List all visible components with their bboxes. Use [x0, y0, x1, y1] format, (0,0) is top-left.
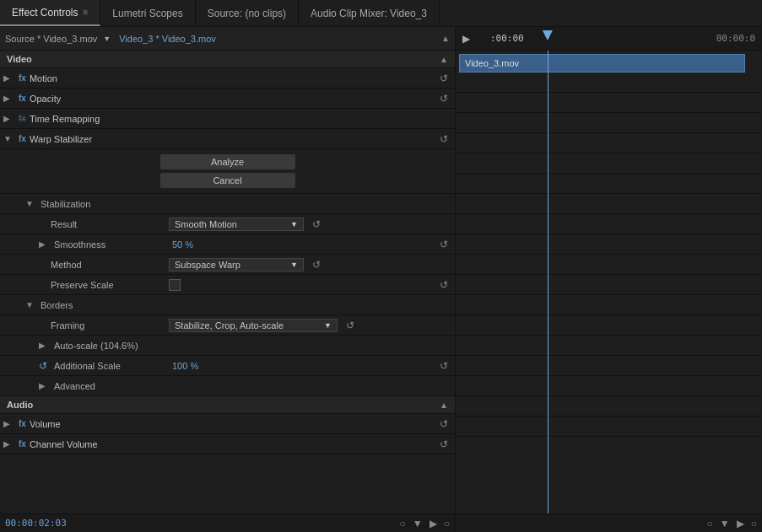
- warp-stabilizer-effect-row: ▼ fx Warp Stabilizer ↺: [0, 129, 455, 149]
- opacity-effect-row: ▶ fx Opacity ↺: [0, 89, 455, 109]
- effects-list: Video ▲ ▶ fx Motion ↺ ▶ fx Opacity ↺ ▶ f…: [0, 51, 455, 513]
- autoscale-prop-row: ▶ Auto-scale (104.6%): [0, 336, 455, 356]
- audio-section-title: Audio: [7, 400, 33, 410]
- timecode-end: 00:00:0: [710, 27, 762, 50]
- borders-section-header: ▼ Borders: [0, 295, 455, 315]
- stabilization-expand-icon[interactable]: ▼: [25, 199, 37, 208]
- autoscale-expand-icon[interactable]: ▶: [39, 341, 51, 350]
- preserve-scale-checkbox[interactable]: [169, 279, 181, 291]
- timeline-bottom-bar: ○ ▼ ▶ ○: [456, 513, 762, 532]
- timeline-row-15: [456, 356, 762, 376]
- smoothness-value[interactable]: 50 %: [172, 239, 436, 250]
- timeline-header: ▶ :00:00 00:00:0: [456, 27, 762, 51]
- source-dropdown[interactable]: ▼: [100, 35, 111, 43]
- method-dropdown[interactable]: Subspace Warp ▼: [169, 258, 304, 271]
- scroll-up-button[interactable]: ▲: [441, 34, 450, 43]
- source-label: Source * Video_3.mov: [5, 34, 97, 44]
- volume-fx-badge: fx: [19, 419, 26, 428]
- volume-effect-name: Volume: [30, 419, 436, 429]
- result-label: Result: [51, 219, 169, 229]
- opacity-expand-icon[interactable]: ▶: [3, 94, 15, 103]
- timeline-play-btn2[interactable]: ▶: [737, 518, 744, 529]
- timeline-triangle-down-icon[interactable]: ▼: [720, 518, 730, 529]
- additional-scale-value[interactable]: 100 %: [172, 361, 436, 371]
- preserve-scale-prop-row: Preserve Scale ↺: [0, 275, 455, 295]
- opacity-effect-name: Opacity: [30, 94, 436, 104]
- clip-name: Video_3.mov: [465, 58, 519, 68]
- bottom-triangle-down-icon[interactable]: ▼: [413, 518, 423, 529]
- bottom-play-icon[interactable]: ▶: [430, 518, 437, 529]
- borders-expand-icon[interactable]: ▼: [25, 300, 37, 309]
- method-prop-row: Method Subspace Warp ▼ ↺: [0, 255, 455, 275]
- method-dropdown-arrow: ▼: [290, 261, 298, 269]
- framing-value: Stabilize, Crop, Auto-scale: [175, 320, 284, 330]
- result-dropdown-arrow: ▼: [290, 220, 298, 228]
- tab-menu-icon[interactable]: ≡: [83, 8, 88, 17]
- channel-volume-effect-name: Channel Volume: [30, 439, 436, 449]
- timeline-row-5: [456, 153, 762, 174]
- borders-section-title: Borders: [41, 300, 73, 310]
- analyze-button[interactable]: Analyze: [160, 154, 295, 169]
- timeline-track-area[interactable]: Video_3.mov: [456, 51, 762, 513]
- motion-expand-icon[interactable]: ▶: [3, 73, 15, 83]
- tab-source[interactable]: Source: (no clips): [196, 0, 299, 26]
- volume-expand-icon[interactable]: ▶: [3, 419, 15, 428]
- stabilization-section-header: ▼ Stabilization: [0, 194, 455, 214]
- cancel-button[interactable]: Cancel: [160, 173, 295, 188]
- smoothness-expand-icon[interactable]: ▶: [39, 239, 51, 249]
- warp-stabilizer-fx-badge: fx: [19, 134, 26, 143]
- tab-lumetri-scopes-label: Lumetri Scopes: [112, 8, 182, 19]
- tab-source-label: Source: (no clips): [208, 8, 286, 19]
- stabilization-section-title: Stabilization: [41, 199, 90, 209]
- clip-block[interactable]: Video_3.mov: [459, 54, 745, 73]
- timeline-row-4: [456, 133, 762, 153]
- motion-reset-btn[interactable]: ↺: [436, 73, 451, 84]
- timeline-rows: [456, 51, 762, 437]
- audio-scroll-btn[interactable]: ▲: [440, 400, 448, 410]
- timecode-start: :00:00: [484, 27, 531, 50]
- tab-effect-controls[interactable]: Effect Controls ≡: [0, 0, 100, 26]
- additional-scale-expand-icon[interactable]: ↺: [39, 360, 51, 372]
- framing-dropdown[interactable]: Stabilize, Crop, Auto-scale ▼: [169, 319, 338, 332]
- channel-volume-reset-btn[interactable]: ↺: [436, 438, 451, 450]
- additional-scale-reset-btn[interactable]: ↺: [436, 360, 451, 372]
- warp-stabilizer-reset-btn[interactable]: ↺: [436, 133, 451, 145]
- opacity-reset-btn[interactable]: ↺: [436, 93, 451, 105]
- video-scroll-btn[interactable]: ▲: [440, 55, 448, 64]
- framing-prop-row: Framing Stabilize, Crop, Auto-scale ▼ ↺: [0, 315, 455, 336]
- timeline-row-12: [456, 295, 762, 315]
- method-reset-btn[interactable]: ↺: [309, 259, 324, 271]
- tab-audio-clip-mixer-label: Audio Clip Mixer: Video_3: [311, 8, 427, 19]
- timeline-play-btn[interactable]: ▶: [456, 27, 477, 50]
- tab-lumetri-scopes[interactable]: Lumetri Scopes: [100, 0, 195, 26]
- motion-fx-badge: fx: [19, 73, 26, 83]
- method-value: Subspace Warp: [175, 260, 240, 270]
- timeline-row-1: [456, 73, 762, 93]
- smoothness-reset-btn[interactable]: ↺: [436, 239, 451, 250]
- framing-reset-btn[interactable]: ↺: [343, 320, 358, 331]
- time-remapping-effect-row: ▶ fx Time Remapping: [0, 109, 455, 129]
- preserve-scale-label: Preserve Scale: [51, 280, 169, 290]
- video-section-title: Video: [7, 54, 32, 64]
- advanced-expand-icon[interactable]: ▶: [39, 381, 51, 390]
- timeline-circle2-icon: ○: [751, 518, 757, 529]
- result-value: Smooth Motion: [175, 219, 237, 229]
- result-reset-btn[interactable]: ↺: [309, 218, 324, 230]
- timeline-row-2: [456, 93, 762, 113]
- volume-effect-row: ▶ fx Volume ↺: [0, 414, 455, 434]
- warp-stabilizer-expand-icon[interactable]: ▼: [3, 134, 15, 143]
- autoscale-label: Auto-scale (104.6%): [54, 341, 172, 351]
- tab-audio-clip-mixer[interactable]: Audio Clip Mixer: Video_3: [299, 0, 440, 26]
- timeline-bottom-controls: ○ ▼ ▶ ○: [707, 518, 757, 529]
- channel-volume-expand-icon[interactable]: ▶: [3, 439, 15, 449]
- timecode-display: 00:00:02:03: [5, 518, 67, 529]
- time-remapping-expand-icon[interactable]: ▶: [3, 114, 15, 123]
- result-dropdown[interactable]: Smooth Motion ▼: [169, 218, 304, 231]
- preserve-scale-reset-btn[interactable]: ↺: [436, 279, 451, 291]
- framing-label: Framing: [51, 320, 169, 330]
- smoothness-prop-row: ▶ Smoothness 50 % ↺: [0, 234, 455, 255]
- timeline-row-3: [456, 113, 762, 133]
- source-bar: Source * Video_3.mov ▼ Video_3 * Video_3…: [0, 27, 455, 51]
- volume-reset-btn[interactable]: ↺: [436, 418, 451, 430]
- timeline-row-6: [456, 174, 762, 194]
